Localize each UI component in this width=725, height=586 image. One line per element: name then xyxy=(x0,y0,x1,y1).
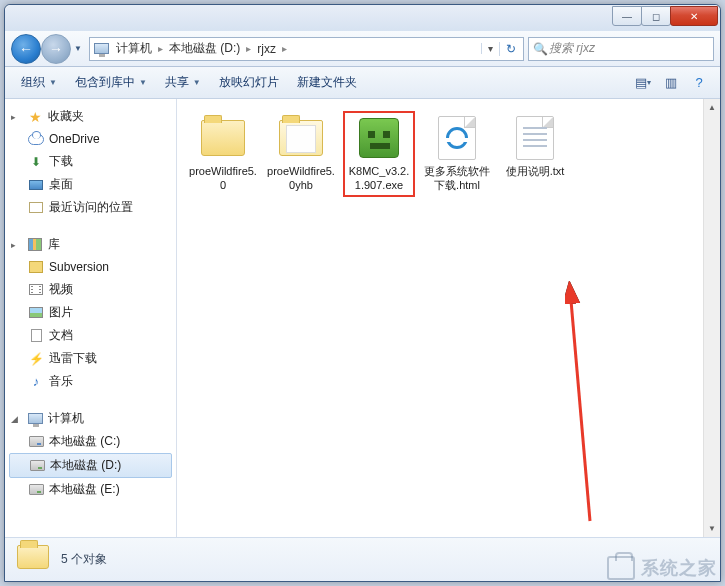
folder-icon xyxy=(276,115,326,161)
breadcrumb-sep-icon[interactable]: ▸ xyxy=(246,43,251,54)
favorites-label: 收藏夹 xyxy=(48,108,84,125)
breadcrumb-folder-rjxz[interactable]: rjxz xyxy=(255,40,278,58)
file-item-html[interactable]: 更多系统软件下载.html xyxy=(421,111,493,197)
file-name: 更多系统软件下载.html xyxy=(423,165,491,193)
thunder-icon: ⚡ xyxy=(27,351,45,367)
sidebar-item-drive-e[interactable]: 本地磁盘 (E:) xyxy=(5,478,176,501)
txt-icon xyxy=(510,115,560,161)
file-item-folder[interactable]: proeWildfire5.0 xyxy=(187,111,259,197)
dropdown-icon: ▼ xyxy=(139,78,147,87)
forward-button[interactable]: → xyxy=(41,34,71,64)
new-folder-button[interactable]: 新建文件夹 xyxy=(289,70,365,95)
sidebar-item-desktop[interactable]: 桌面 xyxy=(5,173,176,196)
scroll-track[interactable] xyxy=(704,116,720,520)
nav-history-dropdown[interactable]: ▼ xyxy=(71,44,85,53)
file-item-txt[interactable]: 使用说明.txt xyxy=(499,111,571,197)
search-icon: 🔍 xyxy=(533,42,549,56)
sidebar-item-drive-d[interactable]: 本地磁盘 (D:) xyxy=(9,453,172,478)
computer-icon xyxy=(26,411,44,427)
address-icon xyxy=(92,40,110,58)
refresh-button[interactable]: ↻ xyxy=(499,42,521,56)
sidebar-item-label: 本地磁盘 (E:) xyxy=(49,481,120,498)
libraries-group: ▸ 库 Subversion 视频 图片 文档 xyxy=(5,233,176,393)
share-menu[interactable]: 共享 ▼ xyxy=(157,70,209,95)
dropdown-icon: ▼ xyxy=(49,78,57,87)
preview-pane-button[interactable]: ▥ xyxy=(658,72,684,94)
breadcrumb-computer[interactable]: 计算机 xyxy=(114,38,154,59)
document-icon xyxy=(27,328,45,344)
window-controls: — ◻ ✕ xyxy=(613,6,718,26)
breadcrumb-sep-icon[interactable]: ▸ xyxy=(282,43,287,54)
svg-line-0 xyxy=(570,289,590,521)
sidebar-item-documents[interactable]: 文档 xyxy=(5,324,176,347)
view-options-button[interactable]: ▤ ▾ xyxy=(630,72,656,94)
sidebar-item-music[interactable]: ♪ 音乐 xyxy=(5,370,176,393)
library-icon xyxy=(26,237,44,253)
sidebar-item-label: 最近访问的位置 xyxy=(49,199,133,216)
breadcrumb-sep-icon[interactable]: ▸ xyxy=(158,43,163,54)
scroll-up-button[interactable]: ▲ xyxy=(704,99,720,116)
status-text: 5 个对象 xyxy=(61,551,107,568)
scroll-down-button[interactable]: ▼ xyxy=(704,520,720,537)
sidebar-item-pictures[interactable]: 图片 xyxy=(5,301,176,324)
sidebar-item-label: 迅雷下载 xyxy=(49,350,97,367)
minimize-button[interactable]: — xyxy=(612,6,642,26)
video-icon xyxy=(27,282,45,298)
sidebar-item-label: 音乐 xyxy=(49,373,73,390)
maximize-button[interactable]: ◻ xyxy=(641,6,671,26)
libraries-label: 库 xyxy=(48,236,60,253)
breadcrumb-drive-d[interactable]: 本地磁盘 (D:) xyxy=(167,38,242,59)
sidebar-item-label: 本地磁盘 (C:) xyxy=(49,433,120,450)
title-bar[interactable]: — ◻ ✕ xyxy=(5,5,720,31)
exe-icon xyxy=(354,115,404,161)
close-button[interactable]: ✕ xyxy=(670,6,718,26)
file-list-pane[interactable]: proeWildfire5.0 proeWildfire5.0yhb K8MC_… xyxy=(177,99,720,537)
organize-menu[interactable]: 组织 ▼ xyxy=(13,70,65,95)
music-icon: ♪ xyxy=(27,374,45,390)
computer-header[interactable]: ◢ 计算机 xyxy=(5,407,176,430)
sidebar-item-recent[interactable]: 最近访问的位置 xyxy=(5,196,176,219)
sidebar-item-onedrive[interactable]: OneDrive xyxy=(5,128,176,150)
help-button[interactable]: ? xyxy=(686,72,712,94)
file-grid: proeWildfire5.0 proeWildfire5.0yhb K8MC_… xyxy=(177,99,720,209)
favorites-group: ▸ ★ 收藏夹 OneDrive ⬇ 下载 桌面 xyxy=(5,105,176,219)
slideshow-label: 放映幻灯片 xyxy=(219,74,279,91)
sidebar-item-downloads[interactable]: ⬇ 下载 xyxy=(5,150,176,173)
command-toolbar: 组织 ▼ 包含到库中 ▼ 共享 ▼ 放映幻灯片 新建文件夹 ▤ ▾ ▥ ? xyxy=(5,67,720,99)
download-icon: ⬇ xyxy=(27,154,45,170)
vertical-scrollbar[interactable]: ▲ ▼ xyxy=(703,99,720,537)
file-name: proeWildfire5.0yhb xyxy=(267,165,335,193)
address-dropdown-icon[interactable]: ▾ xyxy=(481,43,499,54)
sidebar-item-label: 本地磁盘 (D:) xyxy=(50,457,121,474)
search-placeholder: 搜索 rjxz xyxy=(549,40,595,57)
sidebar-item-drive-c[interactable]: 本地磁盘 (C:) xyxy=(5,430,176,453)
sidebar-item-label: 图片 xyxy=(49,304,73,321)
libraries-header[interactable]: ▸ 库 xyxy=(5,233,176,256)
address-bar[interactable]: 计算机 ▸ 本地磁盘 (D:) ▸ rjxz ▸ ▾ ↻ xyxy=(89,37,524,61)
file-item-folder[interactable]: proeWildfire5.0yhb xyxy=(265,111,337,197)
computer-label: 计算机 xyxy=(48,410,84,427)
computer-group: ◢ 计算机 本地磁盘 (C:) 本地磁盘 (D:) 本地磁盘 (E:) xyxy=(5,407,176,501)
slideshow-button[interactable]: 放映幻灯片 xyxy=(211,70,287,95)
new-folder-label: 新建文件夹 xyxy=(297,74,357,91)
share-label: 共享 xyxy=(165,74,189,91)
preview-icon: ▥ xyxy=(665,75,677,90)
caret-icon: ◢ xyxy=(11,414,22,424)
navigation-pane: ▸ ★ 收藏夹 OneDrive ⬇ 下载 桌面 xyxy=(5,99,177,537)
dropdown-icon: ▼ xyxy=(193,78,201,87)
status-folder-icon xyxy=(17,545,51,575)
favorites-header[interactable]: ▸ ★ 收藏夹 xyxy=(5,105,176,128)
sidebar-item-subversion[interactable]: Subversion xyxy=(5,256,176,278)
sidebar-item-thunder[interactable]: ⚡ 迅雷下载 xyxy=(5,347,176,370)
search-input[interactable]: 🔍 搜索 rjxz xyxy=(528,37,714,61)
desktop-icon xyxy=(27,177,45,193)
include-in-library-menu[interactable]: 包含到库中 ▼ xyxy=(67,70,155,95)
organize-label: 组织 xyxy=(21,74,45,91)
content-area: ▸ ★ 收藏夹 OneDrive ⬇ 下载 桌面 xyxy=(5,99,720,537)
file-item-exe[interactable]: K8MC_v3.2.1.907.exe xyxy=(343,111,415,197)
caret-icon: ▸ xyxy=(11,240,22,250)
back-button[interactable]: ← xyxy=(11,34,41,64)
sidebar-item-videos[interactable]: 视频 xyxy=(5,278,176,301)
caret-icon: ▸ xyxy=(11,112,22,122)
cloud-icon xyxy=(27,131,45,147)
